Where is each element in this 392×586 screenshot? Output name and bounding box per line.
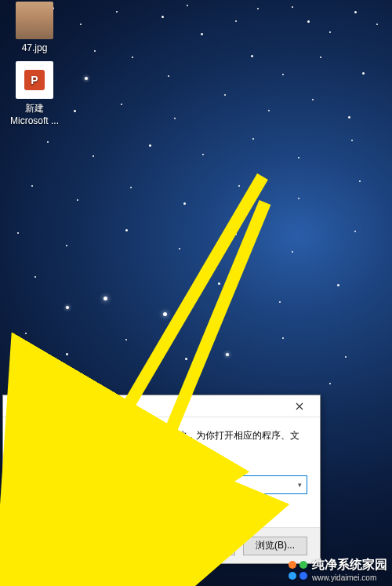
desktop-icon-label: 新建 Microsoft ... xyxy=(5,102,64,126)
browse-button[interactable]: 浏览(B)... xyxy=(243,537,307,555)
open-label: 打开(O): xyxy=(16,479,58,492)
desktop-icon-file-newppt[interactable]: P 新建 Microsoft ... xyxy=(5,61,64,126)
svg-rect-3 xyxy=(18,435,40,439)
desktop-icon-label: 47.jpg xyxy=(5,42,64,53)
open-input[interactable] xyxy=(59,479,292,491)
run-description: Windows 将根据你所输入的名称，为你打开相应的程序、文件夹、文档或 Int… xyxy=(52,428,307,458)
open-combobox[interactable]: ▾ xyxy=(58,475,307,494)
watermark-logo-icon xyxy=(289,561,307,580)
svg-rect-1 xyxy=(9,402,20,405)
dialog-title: 运行 xyxy=(25,399,284,413)
ok-button[interactable]: 确定 xyxy=(99,537,163,555)
svg-rect-4 xyxy=(27,450,31,453)
close-icon xyxy=(296,402,303,410)
powerpoint-file-icon: P xyxy=(16,61,53,99)
chevron-down-icon: ▾ xyxy=(298,481,302,489)
dialog-button-row: 确定 取消 浏览(B)... xyxy=(3,527,320,563)
desktop[interactable]: 47.jpg P 新建 Microsoft ... 运行 xyxy=(0,0,392,586)
watermark-brand: 纯净系统家园 xyxy=(312,558,387,571)
cancel-button[interactable]: 取消 xyxy=(171,537,235,555)
close-button[interactable] xyxy=(284,397,315,416)
titlebar[interactable]: 运行 xyxy=(3,395,320,417)
watermark-url: www.yidaimei.com xyxy=(312,573,376,582)
desktop-icon-file-47jpg[interactable]: 47.jpg xyxy=(5,2,64,53)
run-dialog: 运行 Windows 将根据你所输入的名称，为你打开相应的程序、文件夹、文档或 … xyxy=(2,395,321,564)
run-titlebar-icon xyxy=(8,400,20,413)
watermark: 纯净系统家园 www.yidaimei.com xyxy=(289,558,387,583)
svg-rect-5 xyxy=(24,453,34,455)
image-thumbnail-icon xyxy=(16,2,53,39)
dropdown-button[interactable]: ▾ xyxy=(292,476,307,493)
run-program-icon xyxy=(16,430,44,458)
